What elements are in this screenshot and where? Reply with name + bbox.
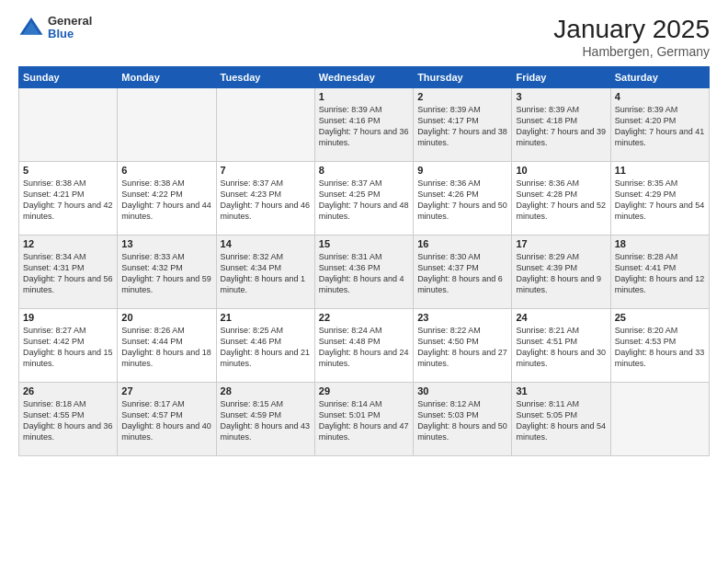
day-number: 14 xyxy=(221,238,311,249)
day-details: Sunrise: 8:36 AM Sunset: 4:26 PM Dayligh… xyxy=(417,178,507,223)
table-row: 28Sunrise: 8:15 AM Sunset: 4:59 PM Dayli… xyxy=(216,383,314,456)
day-number: 13 xyxy=(121,238,211,249)
table-row: 3Sunrise: 8:39 AM Sunset: 4:18 PM Daylig… xyxy=(512,88,610,162)
title-block: January 2025 Hambergen, Germany xyxy=(553,15,710,59)
day-details: Sunrise: 8:27 AM Sunset: 4:42 PM Dayligh… xyxy=(23,325,113,370)
day-details: Sunrise: 8:11 AM Sunset: 5:05 PM Dayligh… xyxy=(516,398,606,443)
logo-blue-text: Blue xyxy=(48,28,92,40)
day-details: Sunrise: 8:36 AM Sunset: 4:28 PM Dayligh… xyxy=(516,178,606,223)
calendar-table: Sunday Monday Tuesday Wednesday Thursday… xyxy=(18,66,710,456)
table-row: 16Sunrise: 8:30 AM Sunset: 4:37 PM Dayli… xyxy=(414,236,512,309)
table-row: 15Sunrise: 8:31 AM Sunset: 4:36 PM Dayli… xyxy=(314,236,413,309)
day-number: 22 xyxy=(319,312,409,323)
day-details: Sunrise: 8:25 AM Sunset: 4:46 PM Dayligh… xyxy=(221,325,311,370)
col-friday: Friday xyxy=(512,67,610,88)
table-row: 21Sunrise: 8:25 AM Sunset: 4:46 PM Dayli… xyxy=(216,309,314,383)
day-details: Sunrise: 8:30 AM Sunset: 4:37 PM Dayligh… xyxy=(417,251,507,296)
table-row: 19Sunrise: 8:27 AM Sunset: 4:42 PM Dayli… xyxy=(19,309,118,383)
day-details: Sunrise: 8:33 AM Sunset: 4:32 PM Dayligh… xyxy=(121,251,211,296)
day-details: Sunrise: 8:38 AM Sunset: 4:21 PM Dayligh… xyxy=(23,178,113,223)
table-row: 26Sunrise: 8:18 AM Sunset: 4:55 PM Dayli… xyxy=(19,383,118,456)
day-details: Sunrise: 8:38 AM Sunset: 4:22 PM Dayligh… xyxy=(121,178,211,223)
day-details: Sunrise: 8:24 AM Sunset: 4:48 PM Dayligh… xyxy=(319,325,409,370)
day-number: 17 xyxy=(516,238,606,249)
col-wednesday: Wednesday xyxy=(314,67,413,88)
header: General Blue January 2025 Hambergen, Ger… xyxy=(18,15,710,59)
day-number: 31 xyxy=(516,385,606,396)
table-row: 9Sunrise: 8:36 AM Sunset: 4:26 PM Daylig… xyxy=(414,162,512,236)
table-row: 31Sunrise: 8:11 AM Sunset: 5:05 PM Dayli… xyxy=(512,383,610,456)
logo-text: General Blue xyxy=(48,15,92,41)
table-row: 14Sunrise: 8:32 AM Sunset: 4:34 PM Dayli… xyxy=(216,236,314,309)
day-number: 2 xyxy=(417,91,507,102)
table-row: 24Sunrise: 8:21 AM Sunset: 4:51 PM Dayli… xyxy=(512,309,610,383)
day-number: 12 xyxy=(23,238,113,249)
table-row: 13Sunrise: 8:33 AM Sunset: 4:32 PM Dayli… xyxy=(118,236,216,309)
day-details: Sunrise: 8:20 AM Sunset: 4:53 PM Dayligh… xyxy=(615,325,705,370)
day-number: 10 xyxy=(516,165,606,176)
day-number: 15 xyxy=(319,238,409,249)
table-row: 10Sunrise: 8:36 AM Sunset: 4:28 PM Dayli… xyxy=(512,162,610,236)
table-row: 22Sunrise: 8:24 AM Sunset: 4:48 PM Dayli… xyxy=(314,309,413,383)
calendar-header-row: Sunday Monday Tuesday Wednesday Thursday… xyxy=(19,67,710,88)
day-details: Sunrise: 8:22 AM Sunset: 4:50 PM Dayligh… xyxy=(417,325,507,370)
col-saturday: Saturday xyxy=(610,67,709,88)
col-sunday: Sunday xyxy=(19,67,118,88)
col-monday: Monday xyxy=(118,67,216,88)
day-number: 24 xyxy=(516,312,606,323)
day-details: Sunrise: 8:21 AM Sunset: 4:51 PM Dayligh… xyxy=(516,325,606,370)
table-row: 12Sunrise: 8:34 AM Sunset: 4:31 PM Dayli… xyxy=(19,236,118,309)
day-number: 3 xyxy=(516,91,606,102)
day-details: Sunrise: 8:32 AM Sunset: 4:34 PM Dayligh… xyxy=(221,251,311,296)
day-number: 23 xyxy=(417,312,507,323)
day-details: Sunrise: 8:12 AM Sunset: 5:03 PM Dayligh… xyxy=(417,398,507,443)
calendar-week-row: 12Sunrise: 8:34 AM Sunset: 4:31 PM Dayli… xyxy=(19,236,710,309)
table-row: 6Sunrise: 8:38 AM Sunset: 4:22 PM Daylig… xyxy=(118,162,216,236)
table-row: 11Sunrise: 8:35 AM Sunset: 4:29 PM Dayli… xyxy=(610,162,709,236)
calendar-week-row: 19Sunrise: 8:27 AM Sunset: 4:42 PM Dayli… xyxy=(19,309,710,383)
table-row: 23Sunrise: 8:22 AM Sunset: 4:50 PM Dayli… xyxy=(414,309,512,383)
calendar-week-row: 1Sunrise: 8:39 AM Sunset: 4:16 PM Daylig… xyxy=(19,88,710,162)
day-details: Sunrise: 8:26 AM Sunset: 4:44 PM Dayligh… xyxy=(121,325,211,370)
day-number: 25 xyxy=(615,312,705,323)
day-details: Sunrise: 8:29 AM Sunset: 4:39 PM Dayligh… xyxy=(516,251,606,296)
day-number: 5 xyxy=(23,165,113,176)
day-number: 16 xyxy=(417,238,507,249)
day-number: 4 xyxy=(615,91,705,102)
table-row xyxy=(216,88,314,162)
calendar-week-row: 5Sunrise: 8:38 AM Sunset: 4:21 PM Daylig… xyxy=(19,162,710,236)
day-number: 29 xyxy=(319,385,409,396)
table-row: 2Sunrise: 8:39 AM Sunset: 4:17 PM Daylig… xyxy=(414,88,512,162)
table-row: 1Sunrise: 8:39 AM Sunset: 4:16 PM Daylig… xyxy=(314,88,413,162)
day-number: 19 xyxy=(23,312,113,323)
col-tuesday: Tuesday xyxy=(216,67,314,88)
day-details: Sunrise: 8:39 AM Sunset: 4:16 PM Dayligh… xyxy=(319,104,409,149)
calendar-week-row: 26Sunrise: 8:18 AM Sunset: 4:55 PM Dayli… xyxy=(19,383,710,456)
day-number: 21 xyxy=(221,312,311,323)
day-number: 30 xyxy=(417,385,507,396)
day-number: 20 xyxy=(121,312,211,323)
day-details: Sunrise: 8:39 AM Sunset: 4:17 PM Dayligh… xyxy=(417,104,507,149)
table-row: 4Sunrise: 8:39 AM Sunset: 4:20 PM Daylig… xyxy=(610,88,709,162)
logo: General Blue xyxy=(18,15,92,41)
table-row: 25Sunrise: 8:20 AM Sunset: 4:53 PM Dayli… xyxy=(610,309,709,383)
day-details: Sunrise: 8:17 AM Sunset: 4:57 PM Dayligh… xyxy=(121,398,211,443)
month-title: January 2025 xyxy=(553,15,710,44)
page: General Blue January 2025 Hambergen, Ger… xyxy=(0,0,728,563)
day-number: 18 xyxy=(615,238,705,249)
table-row: 20Sunrise: 8:26 AM Sunset: 4:44 PM Dayli… xyxy=(118,309,216,383)
table-row: 29Sunrise: 8:14 AM Sunset: 5:01 PM Dayli… xyxy=(314,383,413,456)
day-number: 6 xyxy=(121,165,211,176)
day-number: 7 xyxy=(221,165,311,176)
logo-general-text: General xyxy=(48,15,92,28)
day-details: Sunrise: 8:39 AM Sunset: 4:18 PM Dayligh… xyxy=(516,104,606,149)
day-details: Sunrise: 8:37 AM Sunset: 4:25 PM Dayligh… xyxy=(319,178,409,223)
day-details: Sunrise: 8:35 AM Sunset: 4:29 PM Dayligh… xyxy=(615,178,705,223)
day-number: 1 xyxy=(319,91,409,102)
table-row: 7Sunrise: 8:37 AM Sunset: 4:23 PM Daylig… xyxy=(216,162,314,236)
location: Hambergen, Germany xyxy=(553,44,710,59)
day-details: Sunrise: 8:37 AM Sunset: 4:23 PM Dayligh… xyxy=(221,178,311,223)
day-number: 9 xyxy=(417,165,507,176)
table-row xyxy=(19,88,118,162)
table-row: 18Sunrise: 8:28 AM Sunset: 4:41 PM Dayli… xyxy=(610,236,709,309)
